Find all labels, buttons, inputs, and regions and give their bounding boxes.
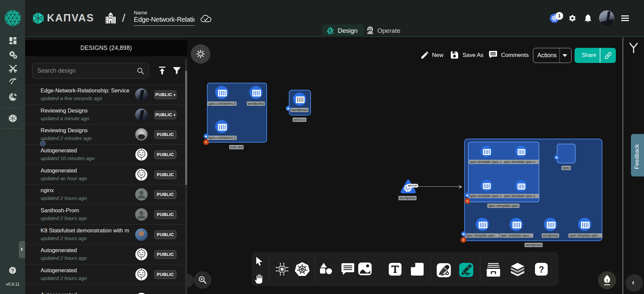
svg-text:?: ?	[539, 265, 544, 275]
